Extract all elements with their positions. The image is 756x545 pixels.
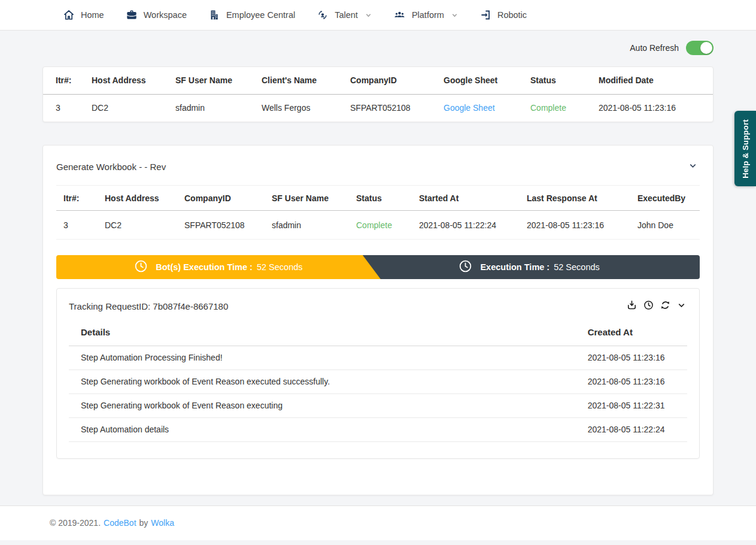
cell-details: Step Generating workbook of Event Reason… <box>69 370 587 393</box>
table-row: 3 DC2 sfadmin Wells Fergos SFPART052108 … <box>43 94 713 122</box>
status-badge: Complete <box>356 220 392 230</box>
tracking-panel: Tracking RequestID: 7b087f4e-8667180 <box>56 288 700 459</box>
auto-refresh-toggle[interactable] <box>686 41 714 55</box>
nav-item-platform[interactable]: Platform <box>393 9 458 21</box>
workbook-collapse-button[interactable] <box>687 160 699 173</box>
cell-clients-name: Wells Fergos <box>261 94 350 122</box>
tracking-request-id: Tracking RequestID: 7b087f4e-8667180 <box>69 301 228 311</box>
toggle-knob <box>700 42 712 54</box>
nav-item-home[interactable]: Home <box>63 9 104 21</box>
auto-refresh-label: Auto Refresh <box>630 43 679 53</box>
execution-banners: Execution Time : 52 Seconds Bot(s) Execu… <box>56 255 700 279</box>
table-row: Step Automation Processing Finished! 202… <box>69 346 687 370</box>
nav-label: Platform <box>412 10 444 20</box>
wolka-link[interactable]: Wolka <box>151 518 174 528</box>
cell-itr: 3 <box>43 94 91 122</box>
cell-executed-by: John Doe <box>637 211 700 240</box>
cell-host-address: DC2 <box>91 94 175 122</box>
talent-icon <box>317 9 329 21</box>
cell-details: Step Automation details <box>69 417 587 441</box>
nav-item-workspace[interactable]: Workspace <box>126 9 187 21</box>
workspace-icon <box>126 9 138 21</box>
bot-execution-time-banner: Bot(s) Execution Time : 52 Seconds <box>56 255 381 279</box>
col-header: Status <box>530 67 598 94</box>
col-header: CompanyID <box>350 67 443 94</box>
copyright-text: © 2019-2021. <box>50 518 101 528</box>
chevron-down-icon <box>451 12 458 19</box>
summary-table: Itr#: Host Address SF User Name Client's… <box>43 67 713 122</box>
col-header: Modified Date <box>598 67 713 94</box>
cell-sf-user-name: sfadmin <box>271 211 356 240</box>
tracking-log-table: Details Created At Step Automation Proce… <box>69 319 687 442</box>
cell-host-address: DC2 <box>104 211 184 240</box>
cell-last-response-at: 2021-08-05 11:23:16 <box>526 211 637 240</box>
summary-header-row: Itr#: Host Address SF User Name Client's… <box>43 67 713 94</box>
workbook-header-row: Itr#: Host Address CompanyID SF User Nam… <box>56 186 700 211</box>
workbook-header: Generate Workbook - - Rev <box>43 146 713 185</box>
cell-created-at: 2021-08-05 11:22:24 <box>587 417 687 441</box>
clock-icon <box>459 259 480 275</box>
page-content: Auto Refresh Itr#: Host Address SF User … <box>0 41 756 495</box>
top-navbar: Home Workspace Employee Central Talent P… <box>0 0 756 31</box>
workbook-title: Generate Workbook - - Rev <box>56 162 166 172</box>
nav-label: Employee Central <box>226 10 295 20</box>
platform-icon <box>393 9 406 21</box>
footer-connector: by <box>139 518 148 528</box>
refresh-icon <box>660 300 670 312</box>
history-button[interactable] <box>642 299 655 313</box>
download-icon <box>627 300 637 312</box>
col-header: Host Address <box>104 186 184 211</box>
col-header-created-at: Created At <box>587 319 687 346</box>
col-header-details: Details <box>69 319 587 346</box>
table-row: Step Automation details 2021-08-05 11:22… <box>69 417 687 441</box>
col-header: SF User Name <box>175 67 261 94</box>
col-header: Google Sheet <box>443 67 530 94</box>
col-header: ExecutedBy <box>637 186 700 211</box>
download-button[interactable] <box>626 299 638 313</box>
refresh-button[interactable] <box>659 299 672 313</box>
col-header: Status <box>356 186 418 211</box>
cell-created-at: 2021-08-05 11:23:16 <box>587 370 687 393</box>
workbook-card: Generate Workbook - - Rev Itr#: Host Add… <box>42 145 714 495</box>
codebot-link[interactable]: CodeBot <box>104 518 136 528</box>
table-row: Step Generating workbook of Event Reason… <box>69 370 687 393</box>
col-header: CompanyID <box>184 186 271 211</box>
cell-company-id: SFPART052108 <box>350 94 443 122</box>
log-header-row: Details Created At <box>69 319 687 346</box>
robotic-icon <box>479 9 491 21</box>
nav-item-robotic[interactable]: Robotic <box>479 9 527 21</box>
cell-itr: 3 <box>56 211 104 240</box>
cell-started-at: 2021-08-05 11:22:24 <box>418 211 526 240</box>
table-row: 3 DC2 SFPART052108 sfadmin Complete 2021… <box>56 211 700 240</box>
bot-execution-time-label: Bot(s) Execution Time : <box>156 262 253 272</box>
bot-execution-time-value: 52 Seconds <box>257 262 303 272</box>
help-support-tab[interactable]: Help & Support <box>734 111 756 186</box>
google-sheet-link[interactable]: Google Sheet <box>444 103 495 113</box>
col-header: Itr#: <box>43 67 91 94</box>
employee-central-icon <box>208 9 220 21</box>
home-icon <box>63 9 75 21</box>
status-badge: Complete <box>530 103 566 113</box>
col-header: Started At <box>418 186 526 211</box>
cell-created-at: 2021-08-05 11:22:31 <box>587 393 687 417</box>
cell-company-id: SFPART052108 <box>184 211 271 240</box>
workbook-table: Itr#: Host Address CompanyID SF User Nam… <box>56 185 700 240</box>
summary-card: Itr#: Host Address SF User Name Client's… <box>42 66 714 122</box>
col-header: Itr#: <box>56 186 104 211</box>
tracking-collapse-button[interactable] <box>676 299 687 313</box>
execution-time-label: Execution Time : <box>480 262 549 272</box>
chevron-down-icon <box>677 301 686 311</box>
col-header: SF User Name <box>271 186 356 211</box>
workbook-table-wrap: Itr#: Host Address CompanyID SF User Nam… <box>43 185 713 240</box>
nav-item-employee-central[interactable]: Employee Central <box>208 9 295 21</box>
execution-time-value: 52 Seconds <box>554 262 600 272</box>
execution-time-banner: Execution Time : 52 Seconds <box>359 255 700 279</box>
table-row: Step Generating workbook of Event Reason… <box>69 393 687 417</box>
cell-created-at: 2021-08-05 11:23:16 <box>587 346 687 370</box>
tracking-toolbar <box>626 299 687 313</box>
nav-label: Workspace <box>144 10 187 20</box>
chevron-down-icon <box>688 161 697 172</box>
nav-item-talent[interactable]: Talent <box>317 9 372 21</box>
clock-icon <box>643 300 654 312</box>
chevron-down-icon <box>365 12 372 19</box>
